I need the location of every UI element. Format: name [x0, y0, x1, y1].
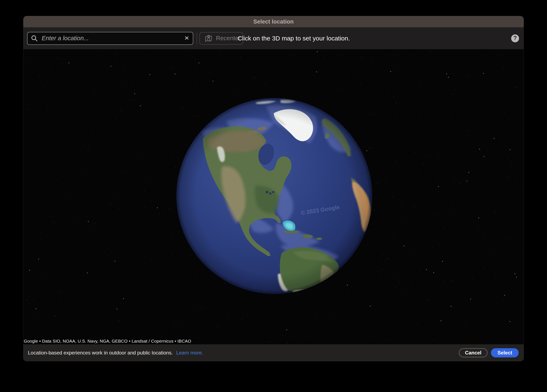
clear-search-icon[interactable]: ×	[185, 34, 189, 42]
cancel-button[interactable]: Cancel	[459, 348, 488, 358]
map-attribution: Google • Data SIO, NOAA, U.S. Navy, NGA,…	[24, 339, 191, 344]
instruction-text: Click on the 3D map to set your location…	[238, 35, 350, 42]
search-input[interactable]	[41, 34, 185, 42]
earth-globe[interactable]: © 2023 Google	[176, 98, 373, 294]
footer-note: Location-based experiences work in outdo…	[28, 350, 173, 356]
select-button[interactable]: Select	[491, 348, 519, 358]
recenter-button[interactable]: Recenter	[199, 32, 243, 45]
help-icon[interactable]: ?	[511, 34, 519, 42]
search-icon	[31, 35, 38, 42]
map-pin-icon	[204, 34, 213, 43]
location-search-box[interactable]: ×	[27, 32, 193, 45]
toolbar-divider	[197, 33, 197, 44]
recenter-label: Recenter	[216, 35, 240, 42]
dialog-titlebar: Select location	[23, 16, 524, 27]
select-location-dialog: Select location × Recenter Click on the …	[23, 16, 524, 361]
learn-more-link[interactable]: Learn more.	[176, 350, 203, 356]
toolbar: × Recenter Click on the 3D map to set yo…	[23, 27, 524, 49]
dialog-title: Select location	[253, 19, 294, 25]
map-3d-view[interactable]: © 2023 Google Google • Data SIO, NOAA, U…	[23, 49, 524, 344]
dialog-footer: Location-based experiences work in outdo…	[23, 344, 524, 361]
